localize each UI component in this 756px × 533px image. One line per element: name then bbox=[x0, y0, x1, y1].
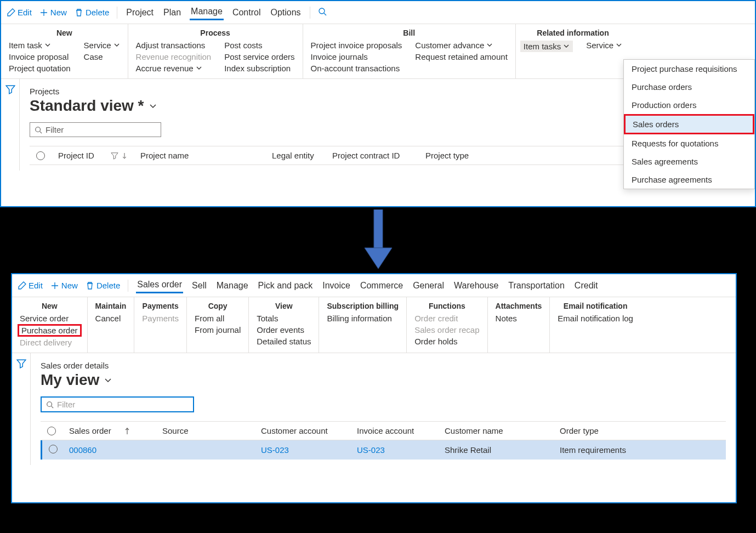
col-cust-account[interactable]: Customer account bbox=[254, 426, 350, 435]
tab-project[interactable]: Project bbox=[125, 5, 155, 20]
ribbon-item[interactable]: Service bbox=[84, 41, 120, 50]
chevron-down-icon bbox=[616, 41, 622, 50]
row-checkbox[interactable] bbox=[49, 445, 58, 453]
col-project-type[interactable]: Project type bbox=[419, 151, 496, 160]
new-button[interactable]: New bbox=[50, 281, 78, 290]
select-all-checkbox[interactable] bbox=[47, 427, 56, 435]
col-order-type[interactable]: Order type bbox=[553, 426, 641, 435]
col-contract-id[interactable]: Project contract ID bbox=[326, 151, 419, 160]
ribbon-group-title: New bbox=[20, 299, 79, 314]
trash-icon bbox=[75, 8, 83, 17]
delete-button[interactable]: Delete bbox=[75, 8, 109, 17]
delete-button[interactable]: Delete bbox=[86, 281, 120, 290]
ribbon-group: PaymentsPayments bbox=[134, 297, 187, 353]
ribbon-item[interactable]: Detailed status bbox=[257, 337, 311, 346]
ribbon-item[interactable]: Service bbox=[586, 41, 622, 50]
col-sales-order[interactable]: Sales order bbox=[62, 426, 156, 435]
view-selector[interactable]: My view bbox=[41, 371, 726, 389]
ribbon-item[interactable]: Email notification log bbox=[558, 314, 633, 323]
filter-icon bbox=[111, 152, 118, 160]
tab-sell[interactable]: Sell bbox=[191, 279, 208, 293]
ribbon-item[interactable]: Post service orders bbox=[224, 52, 294, 61]
ribbon-item[interactable]: Adjust transactions bbox=[136, 41, 212, 50]
ribbon-item[interactable]: Item tasks bbox=[520, 41, 573, 52]
tab-warehouse[interactable]: Warehouse bbox=[453, 279, 499, 293]
dropdown-item[interactable]: Project purchase requisitions bbox=[624, 60, 754, 78]
search-button[interactable] bbox=[318, 7, 327, 18]
cell-sales-order[interactable]: 000860 bbox=[62, 445, 156, 455]
ribbon-item[interactable]: Post costs bbox=[224, 41, 294, 50]
ribbon-group-title: Maintain bbox=[95, 299, 127, 314]
table-row[interactable]: 000860 US-023 US-023 Shrike Retail Item … bbox=[41, 440, 726, 460]
ribbon-item[interactable]: Index subscription bbox=[224, 64, 294, 73]
ribbon-group-title: Subscription billing bbox=[327, 299, 399, 314]
sales-order-panel: Edit New Delete Sales order Sell Manage … bbox=[11, 273, 737, 503]
ribbon-item[interactable]: Order events bbox=[257, 325, 311, 334]
filter-pane-toggle[interactable] bbox=[12, 353, 31, 465]
ribbon-item[interactable]: Request retained amount bbox=[415, 52, 507, 61]
tab-options[interactable]: Options bbox=[269, 5, 302, 20]
flow-arrow bbox=[0, 207, 756, 273]
ribbon-item[interactable]: Invoice journals bbox=[311, 52, 402, 61]
cell-inv-account[interactable]: US-023 bbox=[350, 445, 438, 455]
tab-invoice[interactable]: Invoice bbox=[321, 279, 351, 293]
dropdown-item[interactable]: Purchase agreements bbox=[624, 171, 754, 189]
dropdown-item[interactable]: Production orders bbox=[624, 96, 754, 114]
ribbon-group: CopyFrom allFrom journal bbox=[187, 297, 249, 353]
tab-transportation[interactable]: Transportation bbox=[507, 279, 566, 293]
filter-pane-toggle[interactable] bbox=[1, 79, 20, 171]
ribbon-item[interactable]: From all bbox=[195, 314, 241, 323]
ribbon-item: Order credit bbox=[414, 314, 479, 323]
grid-header: Sales order Source Customer account Invo… bbox=[41, 421, 726, 440]
cell-cust-account[interactable]: US-023 bbox=[254, 445, 350, 455]
ribbon-item[interactable]: Totals bbox=[257, 314, 311, 323]
tab-manage[interactable]: Manage bbox=[190, 4, 224, 20]
ribbon-item[interactable]: Case bbox=[84, 52, 120, 61]
filter-input[interactable]: Filter bbox=[41, 396, 194, 412]
ribbon-item[interactable]: Notes bbox=[496, 314, 517, 323]
ribbon-item[interactable]: Order holds bbox=[414, 337, 479, 346]
tab-control[interactable]: Control bbox=[231, 5, 262, 20]
new-button[interactable]: New bbox=[39, 8, 67, 17]
ribbon-item[interactable]: On-account transactions bbox=[311, 64, 402, 73]
ribbon-item[interactable]: Project invoice proposals bbox=[311, 41, 402, 50]
dropdown-item[interactable]: Purchase orders bbox=[624, 78, 754, 96]
ribbon-item[interactable]: Cancel bbox=[95, 314, 121, 323]
tab-pick-pack[interactable]: Pick and pack bbox=[257, 279, 314, 293]
ribbon-item[interactable]: Billing information bbox=[327, 314, 391, 323]
tab-commerce[interactable]: Commerce bbox=[359, 279, 404, 293]
col-legal-entity[interactable]: Legal entity bbox=[265, 151, 326, 160]
ribbon-group-title: Functions bbox=[414, 299, 479, 314]
dropdown-item[interactable]: Sales orders bbox=[624, 114, 754, 134]
tab-credit[interactable]: Credit bbox=[573, 279, 599, 293]
tab-plan[interactable]: Plan bbox=[162, 5, 182, 20]
tab-sales-order[interactable]: Sales order bbox=[136, 277, 183, 293]
dropdown-item[interactable]: Requests for quotations bbox=[624, 134, 754, 152]
ribbon-item[interactable]: Customer advance bbox=[415, 41, 507, 50]
ribbon-group-title: Related information bbox=[524, 26, 622, 41]
sort-asc-icon bbox=[124, 428, 130, 434]
ribbon-group-title: Copy bbox=[195, 299, 241, 314]
ribbon-item[interactable]: Project quotation bbox=[9, 64, 71, 73]
ribbon-item[interactable]: From journal bbox=[195, 325, 241, 334]
search-icon bbox=[318, 7, 327, 16]
edit-button[interactable]: Edit bbox=[7, 8, 32, 17]
col-source[interactable]: Source bbox=[156, 426, 254, 435]
ribbon-item[interactable]: Invoice proposal bbox=[9, 52, 71, 61]
tab-manage[interactable]: Manage bbox=[215, 279, 249, 293]
col-inv-account[interactable]: Invoice account bbox=[350, 426, 438, 435]
ribbon-item[interactable]: Item task bbox=[9, 41, 71, 50]
tab-general[interactable]: General bbox=[412, 279, 445, 293]
item-tasks-dropdown: Project purchase requisitionsPurchase or… bbox=[623, 59, 755, 189]
ribbon-item[interactable]: Accrue revenue bbox=[136, 64, 212, 73]
ribbon-item[interactable]: Service order bbox=[20, 314, 79, 323]
col-cust-name[interactable]: Customer name bbox=[438, 426, 553, 435]
dropdown-item[interactable]: Sales agreements bbox=[624, 152, 754, 171]
ribbon-item[interactable]: Purchase order bbox=[18, 324, 82, 337]
filter-input[interactable]: Filter bbox=[30, 122, 161, 137]
col-project-id[interactable]: Project ID bbox=[52, 151, 134, 160]
col-project-name[interactable]: Project name bbox=[134, 151, 265, 160]
select-all-checkbox[interactable] bbox=[36, 151, 45, 160]
down-arrow-icon bbox=[362, 209, 395, 270]
edit-button[interactable]: Edit bbox=[18, 281, 43, 290]
